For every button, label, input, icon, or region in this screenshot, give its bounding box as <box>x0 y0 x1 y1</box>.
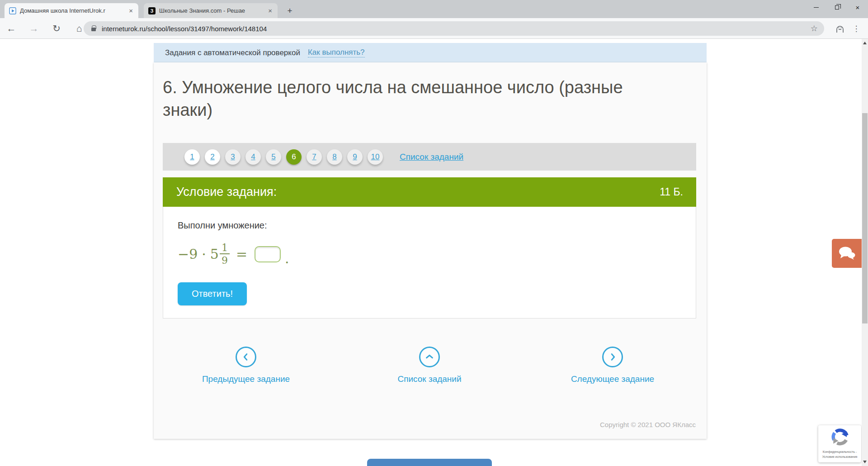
chevron-up-circle[interactable] <box>419 347 440 367</box>
pagination-item-2[interactable]: 2 <box>205 149 220 165</box>
pagination-item-1[interactable]: 1 <box>184 149 200 165</box>
tab-title: Домашняя школа InternetUrok.r <box>20 7 124 14</box>
interneturok-favicon-play-icon <box>9 7 16 14</box>
recaptcha-badge[interactable]: Конфиденциальность - Условия использован… <box>818 425 861 462</box>
back-icon[interactable]: ← <box>5 23 17 34</box>
formula-equals: = <box>236 246 247 262</box>
pagination-item-3[interactable]: 3 <box>225 149 241 165</box>
lock-icon <box>91 28 96 31</box>
condition-header: Условие задания: 11 Б. <box>163 177 696 207</box>
pagination-item-8[interactable]: 8 <box>327 149 342 165</box>
forward-icon[interactable]: → <box>28 23 40 34</box>
task-list-label[interactable]: Список заданий <box>357 374 502 384</box>
new-tab-button[interactable]: + <box>284 5 296 17</box>
restore-icon <box>835 5 839 10</box>
person-icon <box>835 23 845 34</box>
window-controls: × <box>806 0 868 15</box>
tab-znanija[interactable]: З Школьные Знания.com - Решае × <box>144 3 278 18</box>
pagination-item-9[interactable]: 9 <box>347 149 363 165</box>
reload-icon[interactable]: ↻ <box>51 23 62 34</box>
formula-whole-number: 5 <box>210 246 219 262</box>
chat-bubbles-icon <box>838 246 856 261</box>
task-prompt: Выполни умножение: <box>178 220 696 231</box>
chevron-right-icon <box>608 352 618 362</box>
points-badge: 11 Б. <box>660 186 683 198</box>
window-minimize-button[interactable] <box>806 0 826 15</box>
scrollbar-thumb[interactable] <box>862 113 868 323</box>
task-list-button[interactable]: Список заданий <box>357 347 502 384</box>
chevron-left-circle[interactable] <box>236 347 256 367</box>
chevron-left-icon <box>241 352 251 362</box>
next-task-label[interactable]: Следующее задание <box>540 374 685 384</box>
math-formula: −9 · 5 1 9 = . <box>178 243 696 266</box>
browser-menu-icon[interactable]: ⋮ <box>851 22 862 35</box>
url-text[interactable]: interneturok.ru/school/lesson/31497/home… <box>102 25 811 33</box>
pagination-circles: 12345678910 <box>184 149 388 165</box>
formula-period: . <box>285 251 289 266</box>
answer-button[interactable]: Ответить! <box>178 282 247 305</box>
recaptcha-logo-icon <box>830 427 850 447</box>
pagination-item-4[interactable]: 4 <box>245 149 261 165</box>
page-title: 6. Умножение целого числа на смешанное ч… <box>163 76 665 121</box>
next-task-button[interactable]: Следующее задание <box>540 347 685 384</box>
task-card: 6. Умножение целого числа на смешанное ч… <box>154 62 707 439</box>
tab-close-icon[interactable]: × <box>267 7 273 14</box>
previous-task-button[interactable]: Предыдущее задание <box>174 347 318 384</box>
formula-fraction: 1 9 <box>220 243 230 266</box>
fraction-denominator: 9 <box>222 254 228 266</box>
minimize-icon <box>814 7 819 8</box>
pagination-bar: 12345678910 Список заданий <box>163 143 696 171</box>
copyright-text: Copyright © 2021 ООО ЯКласс <box>600 421 696 428</box>
profile-avatar[interactable] <box>834 22 846 35</box>
previous-task-label[interactable]: Предыдущее задание <box>174 374 318 384</box>
formula-multiply-dot: · <box>202 246 206 262</box>
condition-label: Условие задания: <box>176 185 277 199</box>
answer-input[interactable] <box>255 246 281 262</box>
recaptcha-privacy-text[interactable]: Конфиденциальность - Условия использован… <box>818 450 861 459</box>
browser-toolbar: ← → ↻ ⌂ interneturok.ru/school/lesson/31… <box>0 18 868 39</box>
scroll-down-icon[interactable] <box>863 461 867 463</box>
fraction-numerator: 1 <box>220 243 230 254</box>
tab-interneturok[interactable]: Домашняя школа InternetUrok.r × <box>5 3 138 18</box>
bookmark-star-icon[interactable]: ☆ <box>811 24 818 33</box>
tab-close-icon[interactable]: × <box>128 7 134 14</box>
auto-check-label: Задания с автоматической проверкой <box>165 48 300 57</box>
pagination-item-6[interactable]: 6 <box>286 149 302 165</box>
page-scrollbar[interactable] <box>862 39 868 466</box>
scroll-up-icon[interactable] <box>863 42 867 44</box>
formula-minus-term: −9 <box>178 246 198 262</box>
go-to-schedule-button[interactable]: Перейти к расписанию <box>367 459 492 466</box>
chevron-right-circle[interactable] <box>602 347 623 367</box>
tab-title: Школьные Знания.com - Решае <box>159 7 264 14</box>
chat-widget-button[interactable] <box>832 239 862 268</box>
task-list-link[interactable]: Список заданий <box>400 152 463 162</box>
address-bar[interactable]: interneturok.ru/school/lesson/31497/home… <box>84 21 824 36</box>
pagination-item-5[interactable]: 5 <box>266 149 281 165</box>
task-body: Выполни умножение: −9 · 5 1 9 = . Ответи… <box>163 207 696 319</box>
how-to-link[interactable]: Как выполнять? <box>308 48 365 57</box>
auto-check-banner: Задания с автоматической проверкой Как в… <box>154 43 707 62</box>
browser-tab-strip: Домашняя школа InternetUrok.r × З Школьн… <box>0 0 868 18</box>
chevron-up-icon <box>425 352 434 362</box>
pagination-item-10[interactable]: 10 <box>368 149 383 165</box>
znanija-favicon-icon: З <box>148 7 156 14</box>
window-close-button[interactable]: × <box>847 0 868 15</box>
window-restore-button[interactable] <box>826 0 847 15</box>
pagination-item-7[interactable]: 7 <box>307 149 322 165</box>
